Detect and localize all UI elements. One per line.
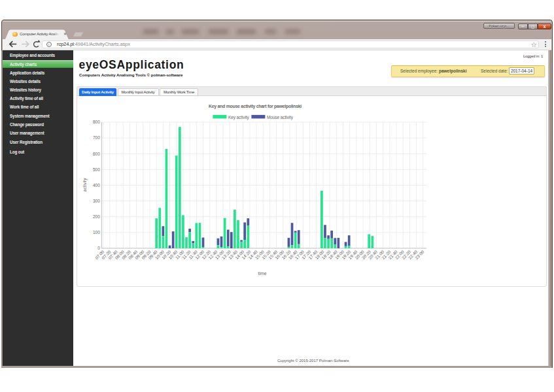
svg-text:activity: activity [82,178,88,191]
svg-text:100: 100 [93,230,100,235]
svg-text:600: 600 [93,152,100,156]
svg-text:700: 700 [93,135,100,140]
svg-text:Key and mouse activity chart f: Key and mouse activity chart for pawelpo… [209,104,302,109]
svg-text:300: 300 [93,199,100,203]
svg-text:0: 0 [97,246,100,250]
svg-text:500: 500 [93,167,100,172]
svg-text:Mouse activity: Mouse activity [267,115,294,120]
svg-text:Key activity: Key activity [228,115,250,120]
svg-text:800: 800 [93,120,100,124]
svg-text:400: 400 [93,183,100,188]
svg-text:time: time [258,271,267,276]
svg-text:200: 200 [93,214,100,219]
